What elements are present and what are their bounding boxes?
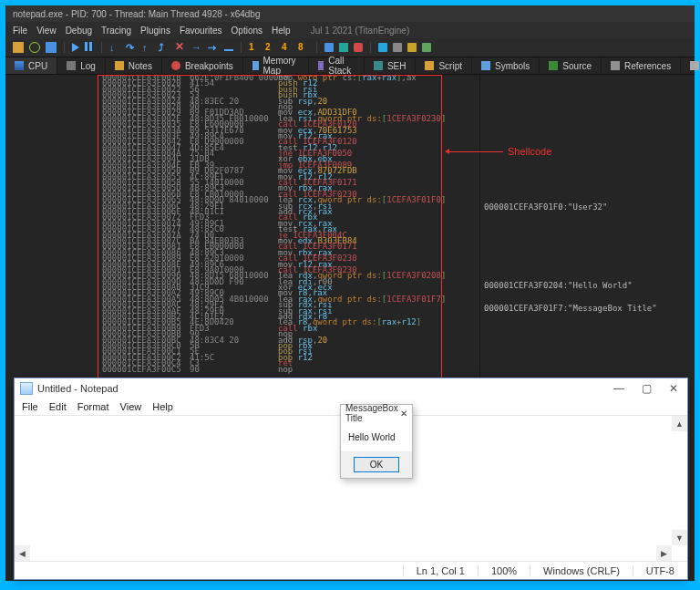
tab-log[interactable]: Log [57,57,106,74]
messagebox-close-icon[interactable]: ✕ [400,409,407,419]
np-menu-edit[interactable]: Edit [49,401,67,412]
menu-tracing[interactable]: Tracing [101,26,131,36]
trace-over-icon[interactable]: ⇢ [208,42,219,53]
menu-debug[interactable]: Debug [66,26,92,36]
disasm-row[interactable]: 000001CEFA3F00C590nop [5,367,479,372]
np-menu-help[interactable]: Help [152,401,173,412]
xref-hello-world: 000001CEFA3F0204:"Hello World" [484,281,633,290]
tab-memory-map[interactable]: Memory Map [243,57,309,74]
np-menu-view[interactable]: View [120,401,142,412]
pause-icon[interactable] [85,42,94,53]
trace-into-icon[interactable]: → [191,42,202,53]
status-zoom: 100% [478,565,530,576]
messagebox-body-text: Hello World [341,421,412,451]
tab-breakpoints[interactable]: Breakpoints [162,57,243,74]
debugger-tabbar: CPU Log Notes Breakpoints Memory Map Cal… [5,57,695,75]
notepad-titlebar: Untitled - Notepad — ▢ ✕ [15,378,687,399]
notepad-icon [20,382,33,395]
restart-icon[interactable] [29,42,40,53]
hex-4-icon[interactable]: 4 [282,42,293,53]
tab-symbols[interactable]: Symbols [472,57,540,74]
debugger-menubar: File View Debug Tracing Plugins Favourit… [5,22,695,38]
notepad-statusbar: Ln 1, Col 1 100% Windows (CRLF) UTF-8 [15,561,687,579]
debugger-title-text: notepad.exe - PID: 700 - Thread: Main Th… [13,9,260,19]
run-to-user-icon[interactable] [224,49,233,51]
scroll-right-icon[interactable]: ▶ [656,545,672,561]
messagebox-title-text: MessageBox Title [345,403,400,423]
open-file-icon[interactable] [13,42,24,53]
labels-icon[interactable] [378,43,387,52]
status-eol: Windows (CRLF) [530,565,633,576]
comments-icon[interactable] [354,43,363,52]
messagebox-titlebar: MessageBox Title ✕ [341,405,412,421]
tab-script[interactable]: Script [416,57,472,74]
tab-threads[interactable]: Threads [681,57,700,74]
shellcode-annotation: Shellcode [508,146,551,157]
scroll-up-icon[interactable]: ▲ [672,416,687,431]
step-out-icon[interactable]: ↑ [142,42,153,53]
variables-icon[interactable] [422,43,431,52]
status-position: Ln 1, Col 1 [403,565,478,576]
scylla-icon[interactable] [324,43,334,52]
np-menu-file[interactable]: File [22,401,38,412]
tab-notes[interactable]: Notes [106,57,162,74]
scroll-left-icon[interactable]: ◀ [15,545,30,561]
hex-1-icon[interactable]: 1 [249,42,260,53]
status-encoding: UTF-8 [633,565,687,576]
bookmarks-icon[interactable] [393,43,402,52]
debugger-toolbar: ↓ ↷ ↑ ⤴ ✕ → ⇢ 1 2 4 8 [5,38,695,57]
menu-plugins[interactable]: Plugins [140,26,170,36]
tab-references[interactable]: References [602,57,681,74]
notepad-title-text: Untitled - Notepad [37,383,118,394]
menu-file[interactable]: File [13,26,27,36]
tab-call-stack[interactable]: Call Stack [309,57,365,74]
step-till-ret-icon[interactable]: ⤴ [159,42,170,53]
minimize-button[interactable]: — [605,378,633,399]
menu-favourites[interactable]: Favourites [180,26,222,36]
tab-source[interactable]: Source [540,57,602,74]
xref-user32: 000001CEFA3F01F0:"User32" [484,202,607,212]
window-controls: — ▢ ✕ [605,378,687,399]
scroll-down-icon[interactable]: ▼ [672,530,687,545]
patches-icon[interactable] [339,43,348,52]
close-icon[interactable]: ✕ [175,42,186,53]
messagebox-ok-button[interactable]: OK [354,457,399,472]
messagebox-dialog: MessageBox Title ✕ Hello World OK [340,404,413,479]
debugger-build-date: Jul 1 2021 (TitanEngine) [311,26,410,36]
debugger-titlebar: notepad.exe - PID: 700 - Thread: Main Th… [5,5,695,22]
stop-icon[interactable] [46,42,57,53]
tab-cpu[interactable]: CPU [5,57,57,74]
hex-8-icon[interactable]: 8 [298,42,309,53]
functions-icon[interactable] [407,43,417,52]
hex-2-icon[interactable]: 2 [265,42,276,53]
arrow-icon [448,151,503,152]
menu-view[interactable]: View [36,26,57,36]
messagebox-footer: OK [341,451,412,478]
xref-msgbox-title: 000001CEFA3F01F7:"MessageBox Title" [484,304,657,313]
menu-options[interactable]: Options [232,26,262,36]
close-button[interactable]: ✕ [660,378,687,399]
step-into-icon[interactable]: ↓ [109,42,120,53]
maximize-button[interactable]: ▢ [633,378,660,399]
step-over-icon[interactable]: ↷ [126,42,137,53]
tab-seh[interactable]: SEH [365,57,417,74]
run-icon[interactable] [72,43,79,52]
menu-help[interactable]: Help [272,26,291,36]
np-menu-format[interactable]: Format [77,401,109,412]
